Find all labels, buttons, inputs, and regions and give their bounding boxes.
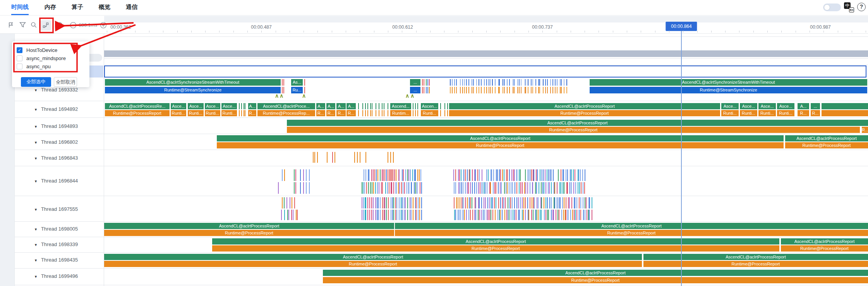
collapse-triangle-icon[interactable]: ▼: [34, 125, 38, 129]
timeline-bar[interactable]: AscendCL@aclrtProcessReport: [104, 223, 394, 229]
language-icon[interactable]: 中 En: [844, 2, 854, 12]
timeline-bar[interactable]: AscendCL@aclrtProcessReport: [643, 254, 868, 260]
tab-5[interactable]: 通信: [126, 0, 137, 14]
timeline-bar[interactable]: [822, 103, 868, 109]
timeline-bar[interactable]: Runtime@ProcessReport: [785, 142, 868, 148]
timeline-bar[interactable]: AscendCL@aclrtProcessReport: [104, 254, 642, 260]
collapse-triangle-icon[interactable]: ▼: [34, 157, 38, 160]
popup-checkbox-item[interactable]: ✓HostToDevice: [17, 46, 57, 54]
search-icon[interactable]: [31, 22, 37, 30]
collapse-triangle-icon[interactable]: ▼: [34, 108, 38, 112]
help-icon[interactable]: ?: [857, 3, 866, 11]
timeline-bar[interactable]: A...: [326, 103, 335, 109]
timeline-bar[interactable]: Asce...: [740, 103, 757, 109]
timeline-bar[interactable]: ...: [811, 103, 820, 109]
timeline-bar[interactable]: Runti...: [221, 110, 237, 116]
collapse-triangle-icon[interactable]: ▼: [34, 208, 38, 212]
thread-row-label[interactable]: ▼Thread 1696843: [34, 154, 102, 162]
timeline-bar[interactable]: A...: [316, 103, 325, 109]
timeline-bar[interactable]: Runtime@ProcessReport: [643, 261, 868, 267]
timeline-bar[interactable]: AscendCL@aclrtSynchronizeStreamWithTimeo…: [105, 79, 281, 86]
time-cursor-line[interactable]: [681, 31, 682, 286]
thread-row-label[interactable]: ▼Thread 1699496: [34, 272, 102, 280]
timeline-bar[interactable]: As...: [291, 79, 303, 86]
timeline-bar[interactable]: R...: [316, 110, 325, 116]
thread-row-label[interactable]: ▼Thread 1694892: [34, 105, 102, 113]
timeline-bar[interactable]: Runtime@StreamSynchronize: [105, 87, 281, 93]
timeline-bar[interactable]: Runti...: [721, 110, 739, 116]
timeline-bar[interactable]: AscendCL@aclrtProcessReport: [287, 120, 868, 126]
timeline-bar[interactable]: Runtime@ProcessReport: [217, 142, 784, 148]
tab-1[interactable]: 时间线: [11, 0, 29, 15]
tab-2[interactable]: 内存: [45, 0, 56, 14]
timeline-bar[interactable]: AscendCL@aclrtProce...: [257, 103, 315, 109]
timeline-bar[interactable]: R...: [862, 127, 868, 133]
history-icon[interactable]: [56, 22, 63, 30]
timeline-bar[interactable]: A...: [336, 103, 346, 109]
collapse-triangle-icon[interactable]: ▼: [34, 258, 38, 262]
timeline-bar[interactable]: Runti...: [421, 110, 438, 116]
timeline-bar[interactable]: Asce...: [758, 103, 776, 109]
thread-row-label[interactable]: ▼Thread 1697555: [34, 205, 102, 213]
timeline-bar[interactable]: Ascen...: [421, 103, 438, 109]
timeline-bar[interactable]: A...: [248, 103, 256, 109]
collapse-triangle-icon[interactable]: ▼: [34, 227, 38, 231]
timeline-bar[interactable]: Ascend...: [390, 103, 411, 109]
zoom-in-icon[interactable]: [100, 22, 107, 30]
timeline-bar[interactable]: Runtime@ProcessReport: [781, 245, 868, 252]
tab-3[interactable]: 算子: [72, 0, 83, 14]
popup-checkbox-item[interactable]: async_npu: [17, 62, 51, 70]
timeline-bar[interactable]: Runtime@ProcessReport: [395, 230, 868, 236]
timeline-bar[interactable]: Ru...: [291, 87, 303, 93]
selected-row-outline[interactable]: [104, 65, 866, 78]
timeline-bar[interactable]: A...: [798, 103, 809, 109]
thread-row-label[interactable]: ▼Thread 1698005: [34, 225, 102, 233]
timeline-bar[interactable]: Asce...: [171, 103, 186, 109]
timeline-bar[interactable]: Asce...: [205, 103, 220, 109]
timeline-bar[interactable]: R...: [326, 110, 335, 116]
thread-row-label[interactable]: ▼Thread 1698339: [34, 241, 102, 248]
timeline-bar[interactable]: Runti...: [188, 110, 204, 116]
timeline-bar[interactable]: Runtime@ProcessReport: [105, 110, 170, 116]
timeline-bar[interactable]: Asce...: [777, 103, 794, 109]
timeline-bar[interactable]: ...: [410, 79, 420, 86]
filter-icon[interactable]: [19, 22, 26, 30]
timeline-bar[interactable]: AscendCL@aclrtProcessReport: [449, 103, 720, 109]
timeline-bar[interactable]: Asce...: [721, 103, 739, 109]
thread-row-label[interactable]: ▼Thread 1696844: [34, 177, 102, 184]
timeline-bar[interactable]: Runtime@ProcessRep...: [257, 110, 315, 116]
timeline-bar[interactable]: Runti...: [205, 110, 220, 116]
checkbox-unchecked-icon[interactable]: [17, 55, 22, 61]
timeline-bar[interactable]: AscendCL@aclrtProcessReport: [785, 135, 868, 141]
zoom-out-icon[interactable]: [70, 22, 77, 30]
timeline-bar[interactable]: R...: [347, 110, 356, 116]
timeline-bar[interactable]: AscendCL@aclrtProcessReport: [212, 238, 779, 245]
timeline-bar[interactable]: Runtime@ProcessReport: [212, 245, 779, 252]
collapse-triangle-icon[interactable]: ▼: [34, 88, 38, 92]
timeline-bar[interactable]: AscendCL@aclrtProcessRe...: [105, 103, 170, 109]
connection-filter-icon[interactable]: [40, 20, 51, 31]
timeline-bar[interactable]: A...: [347, 103, 356, 109]
timeline-bar[interactable]: Runti...: [758, 110, 776, 116]
timeline-bar[interactable]: R...: [248, 110, 256, 116]
deselect-all-button[interactable]: 全部取消: [54, 77, 77, 87]
collapse-triangle-icon[interactable]: ▼: [34, 141, 38, 145]
timeline-bar[interactable]: Runtime@ProcessReport: [323, 277, 868, 283]
timeline-bar[interactable]: Asce...: [221, 103, 237, 109]
timeline-bar[interactable]: Runti...: [171, 110, 186, 116]
timeline-bar[interactable]: AscendCL@aclrtSynchronizeStreamWithTimeo…: [590, 79, 867, 86]
checkbox-unchecked-icon[interactable]: [17, 64, 22, 69]
timeline-bar[interactable]: AscendCL@aclrtProcessReport: [323, 270, 868, 276]
timeline-ruler[interactable]: 686.1ms 00:00.36200:00.48700:00.61200:00…: [0, 15, 868, 34]
timeline-bar[interactable]: AscendCL@aclrtProcessReport: [217, 135, 784, 141]
timeline-bar[interactable]: Runti...: [777, 110, 794, 116]
timeline-bar[interactable]: Runtim...: [390, 110, 411, 116]
timeline-canvas[interactable]: ▼Thread 1693332AscendCL@aclrtSynchronize…: [0, 0, 868, 286]
theme-toggle[interactable]: [823, 3, 841, 11]
collapse-triangle-icon[interactable]: ▼: [34, 179, 38, 183]
timeline-bar[interactable]: Runtime@ProcessReport: [287, 127, 860, 133]
collapse-triangle-icon[interactable]: ▼: [34, 275, 38, 279]
timeline-bar[interactable]: Runtime@ProcessReport: [104, 230, 394, 236]
tab-4[interactable]: 概览: [99, 0, 110, 14]
collapse-triangle-icon[interactable]: ▼: [34, 243, 38, 247]
